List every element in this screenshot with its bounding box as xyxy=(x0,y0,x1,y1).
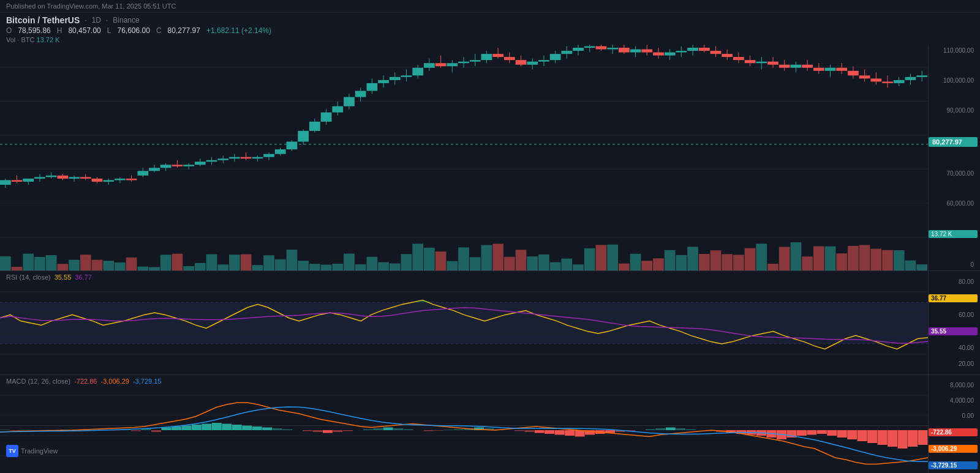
close-label: C xyxy=(156,26,162,35)
rsi-20: 20.00 xyxy=(929,360,978,367)
change-value: +1,682.11 (+2.14%) xyxy=(206,26,271,35)
macd-axis: 8,000.00 4,000.00 0.00 -722.86 -3,006.29… xyxy=(928,375,980,473)
macd-panel: MACD (12, 26, close) -722.86 -3,006.29 -… xyxy=(0,375,980,473)
low-label: L xyxy=(107,26,111,35)
published-bar: Published on TradingView.com, Mar 11, 20… xyxy=(0,0,980,13)
macd-8k: 8,000.00 xyxy=(929,382,978,389)
separator: · xyxy=(106,16,108,24)
macd-4k: 4,000.00 xyxy=(929,397,978,404)
price-100k: 100,000.00 xyxy=(929,77,978,84)
macd-badge-red: -722.86 xyxy=(929,428,978,436)
macd-val2: -3,006.29 xyxy=(100,378,129,385)
macd-badge-orange: -3,006.29 xyxy=(929,445,978,453)
rsi-axis: 80.00 36.77 60.00 35.55 40.00 20.00 xyxy=(928,271,980,374)
macd-val1: -722.86 xyxy=(74,378,97,385)
high-value: 80,457.00 xyxy=(68,26,100,35)
rsi-label: RSI (14, close) 35.55 36.77 xyxy=(6,274,92,281)
price-110k: 110,000.00 xyxy=(929,47,978,54)
high-label: H xyxy=(57,26,62,35)
tradingview-logo: TV TradingView xyxy=(6,445,58,457)
rsi-badge-purple: 35.55 xyxy=(929,327,978,335)
vol-value: 13.72 K xyxy=(37,36,60,43)
macd-val3: -3,729.15 xyxy=(133,378,161,385)
chart-container: Published on TradingView.com, Mar 11, 20… xyxy=(0,0,980,473)
macd-0: 0.00 xyxy=(929,412,978,419)
rsi-val2: 36.77 xyxy=(75,274,92,281)
price-60k: 60,000.00 xyxy=(929,200,978,207)
tv-name: TradingView xyxy=(21,447,58,455)
price-90k: 90,000.00 xyxy=(929,107,978,114)
rsi-val1: 35.55 xyxy=(55,274,72,281)
close-value: 80,277.97 xyxy=(168,26,200,35)
main-chart-panel: 110,000.00 100,000.00 90,000.00 80,277.9… xyxy=(0,45,980,271)
timeframe-value: 1D xyxy=(92,16,101,24)
timeframe: · xyxy=(85,16,86,24)
low-value: 76,606.00 xyxy=(117,26,149,35)
rsi-80: 80.00 xyxy=(929,278,978,285)
price-axis: 110,000.00 100,000.00 90,000.00 80,277.9… xyxy=(928,45,980,270)
price-70k: 70,000.00 xyxy=(929,170,978,177)
tv-icon: TV xyxy=(6,445,18,457)
symbol-name: Bitcoin / TetherUS xyxy=(6,15,80,25)
macd-badge-blue: -3,729.15 xyxy=(929,461,978,469)
rsi-60: 60.00 xyxy=(929,311,978,318)
exchange-name: Binance xyxy=(113,16,139,24)
vol-label: Vol · BTC xyxy=(6,36,34,43)
open-value: 78,595.86 xyxy=(18,26,50,35)
rsi-badge-yellow: 36.77 xyxy=(929,294,978,302)
macd-label: MACD (12, 26, close) -722.86 -3,006.29 -… xyxy=(6,378,161,385)
price-0: 0 xyxy=(929,261,978,268)
vol-badge: 13.72 K xyxy=(929,230,978,238)
open-label: O xyxy=(6,26,12,35)
rsi-panel: RSI (14, close) 35.55 36.77 80.00 36.77 … xyxy=(0,271,980,375)
rsi-40: 40.00 xyxy=(929,345,978,351)
current-price-badge: 80,277.97 xyxy=(929,137,978,147)
header-info: Bitcoin / TetherUS · 1D · Binance O 78,5… xyxy=(0,13,980,45)
